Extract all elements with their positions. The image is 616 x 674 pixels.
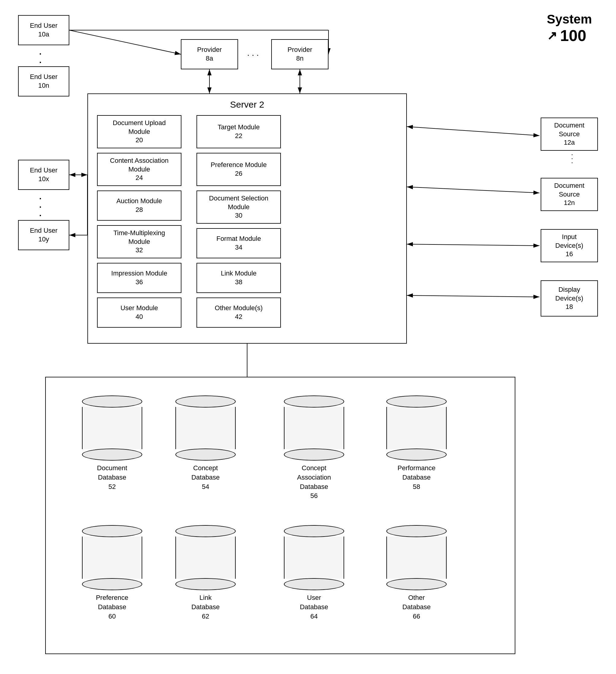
svg-line-14 [407, 187, 539, 193]
db-62: LinkDatabase62 [175, 525, 236, 621]
svg-line-3 [69, 30, 181, 54]
svg-line-13 [407, 127, 539, 136]
end-user-10y: End User10y [18, 220, 69, 250]
input-devices-16: InputDevice(s)16 [541, 229, 598, 262]
dots-eu-2: ··· [39, 195, 41, 220]
system-number: 100 [560, 26, 587, 44]
display-devices-18: DisplayDevice(s)18 [541, 280, 598, 317]
system-title: System [547, 12, 592, 26]
db-56: ConceptAssociationDatabase56 [284, 396, 344, 501]
module-36: Impression Module36 [97, 263, 181, 293]
server-label: Server 2 [230, 100, 264, 110]
svg-line-16 [407, 296, 539, 297]
server-2-box: Server 2 Document UploadModule20 Content… [87, 93, 407, 344]
module-26: Preference Module26 [197, 153, 281, 186]
module-20: Document UploadModule20 [97, 115, 181, 148]
system-label: System ↗ 100 [547, 12, 592, 44]
db-66: OtherDatabase66 [386, 525, 447, 621]
diagram: System ↗ 100 End User10a ··· End User10n… [0, 0, 616, 674]
end-user-10x: End User10x [18, 160, 69, 190]
db-58: PerformanceDatabase58 [386, 396, 447, 491]
end-user-10n: End User10n [18, 66, 69, 97]
db-group-50: DocumentDatabase52 ConceptDatabase54 Con… [45, 377, 515, 654]
dots-doc-sources: · · · [569, 154, 577, 164]
doc-source-12n: DocumentSource12n [541, 178, 598, 211]
module-22: Target Module22 [197, 115, 281, 148]
module-38: Link Module38 [197, 263, 281, 293]
dots-providers: . . . [247, 48, 259, 58]
db-60: PreferenceDatabase60 [82, 525, 142, 621]
module-24: Content AssociationModule24 [97, 153, 181, 186]
doc-source-12a: DocumentSource12a [541, 118, 598, 151]
module-42: Other Module(s)42 [197, 298, 281, 328]
module-30: Document SelectionModule30 [197, 191, 281, 224]
system-arrow: ↗ [547, 29, 557, 42]
module-32: Time-MultiplexingModule32 [97, 225, 181, 258]
module-34: Format Module34 [197, 228, 281, 258]
db-54: ConceptDatabase54 [175, 396, 236, 491]
provider-8a: Provider8a [181, 39, 238, 69]
provider-8n: Provider8n [271, 39, 329, 69]
module-28: Auction Module28 [97, 191, 181, 221]
db-64: UserDatabase64 [284, 525, 344, 621]
db-52: DocumentDatabase52 [82, 396, 142, 491]
end-user-10a: End User10a [18, 15, 69, 45]
svg-line-15 [407, 244, 539, 246]
module-40: User Module40 [97, 298, 181, 328]
